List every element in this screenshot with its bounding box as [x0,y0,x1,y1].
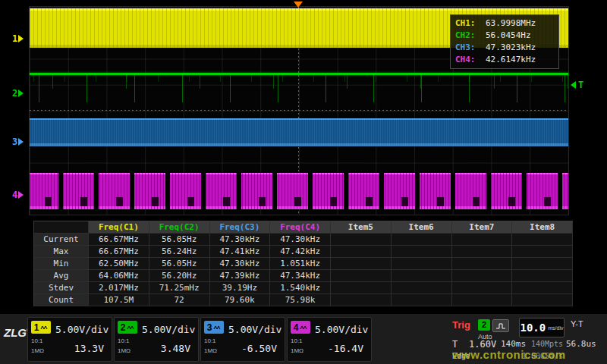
table-cell [512,246,573,258]
table-cell [392,282,452,294]
channel4-badge: 4 [291,321,310,334]
input-impedance: 1MΩ [291,347,304,354]
table-cell: 47.30kHz [210,258,271,270]
table-corner [34,221,89,234]
table-row-label: Count [34,294,89,306]
table-header: Item6 [392,221,452,234]
table-row-label: Current [34,234,89,246]
table-cell [331,282,392,294]
channel-offset: -16.4V [328,343,363,354]
channel-offset: -6.50V [241,343,277,354]
probe-ratio: 10:1 [118,337,130,344]
table-cell: 72 [149,294,210,306]
table-cell: 47.34kHz [270,270,331,282]
display-time: 56.8us [566,339,596,349]
table-cell: 47.30kHz [270,234,331,246]
table-header: Item7 [452,221,513,234]
probe-ratio: 10:1 [31,337,43,344]
channel2-badge: 2 [118,321,137,334]
channel-number: 3 [207,322,212,333]
volts-per-div: 5.00V/div [315,324,368,335]
frequency-readout-panel: CH1: 63.9998MHz CH2: 56.0454Hz CH3: 47.3… [450,14,559,69]
timebase-unit: ms/div [548,325,563,331]
waveform-glyph-icon [213,325,221,331]
trigger-position-marker-icon[interactable] [294,2,303,8]
waveform-glyph-icon [300,325,307,331]
ch3-position-marker[interactable]: 3 [12,136,24,147]
right-arrow-icon [18,191,24,199]
table-cell [331,270,392,282]
table-row-label: Stdev [34,282,89,294]
freq-ch4-value: 42.6147kHz [486,54,536,66]
trigger-coupling-icon[interactable] [492,319,509,332]
channel2-settings[interactable]: 2 10:1 1MΩ 5.00V/div 3.48V [114,317,199,362]
freq-ch4-label: CH4: [455,54,486,66]
table-cell [452,234,513,246]
waveform-glyph-icon [40,325,48,331]
ch2-waveform [30,71,568,111]
table-cell [331,246,392,258]
table-cell: 1.540kHz [270,282,331,294]
table-cell [392,258,452,270]
channel-offset: 13.3V [74,343,104,354]
table-cell: 47.42kHz [270,246,331,258]
trigger-source-badge[interactable]: 2 [478,319,490,331]
table-cell [452,282,513,294]
channel4-settings[interactable]: 4 10:1 1MΩ 5.00V/div -16.4V [287,317,372,362]
table-cell: 56.20Hz [149,270,210,282]
channel1-badge: 1 [31,321,51,334]
watermark: www.cntronics.com [452,348,566,361]
table-cell [331,294,392,306]
memory-depth: 140Mpts [531,340,563,348]
table-row-label: Min [34,258,89,270]
table-cell [392,294,452,306]
ch1-position-marker[interactable]: 1 [12,33,24,44]
table-cell [331,234,392,246]
table-header: Freq(C1) [89,221,149,234]
table-row-label: Avg [34,270,89,282]
table-cell: 107.5M [89,294,149,306]
ch3-waveform [30,118,568,146]
freq-ch2-value: 56.0454Hz [486,30,531,42]
table-cell: 56.05Hz [149,234,210,246]
table-cell: 56.05Hz [149,258,210,270]
trigger-marker-label: T [578,80,583,90]
table-cell [512,234,573,246]
oscilloscope-screen: CH1: 63.9998MHz CH2: 56.0454Hz CH3: 47.3… [0,0,607,364]
ch4-position-marker[interactable]: 4 [12,190,24,200]
table-header: Freq(C3) [210,221,271,234]
trigger-section-label[interactable]: Trig [452,319,470,331]
right-arrow-icon [18,138,24,146]
channel1-settings[interactable]: 1 10:1 1MΩ 5.00V/div 13.3V [27,317,112,362]
channel-number: 1 [34,322,39,333]
ch2-glitch-ticks [30,75,568,102]
volts-per-div: 5.00V/div [55,324,109,335]
table-cell [512,258,573,270]
probe-ratio: 10:1 [204,337,216,344]
table-cell: 39.19Hz [210,282,271,294]
table-cell [392,246,452,258]
freq-row-ch4: CH4: 42.6147kHz [455,54,554,66]
table-header: Item5 [331,221,392,234]
input-impedance: 1MΩ [118,347,131,354]
input-impedance: 1MΩ [204,347,217,354]
waveform-glyph-icon [127,325,134,331]
ch2-position-marker[interactable]: 2 [12,88,24,99]
table-cell: 75.98k [270,294,331,306]
channel-offset: 3.48V [161,343,190,354]
table-cell: 1.051kHz [270,258,331,270]
channel3-settings[interactable]: 3 10:1 1MΩ 5.00V/div -6.50V [200,317,285,362]
input-impedance: 1MΩ [31,347,44,354]
table-cell: 79.60k [210,294,271,306]
table-cell: 47.30kHz [210,234,271,246]
table-cell [392,270,452,282]
volts-per-div: 5.00V/div [228,324,281,335]
freq-ch1-label: CH1: [455,17,486,30]
trigger-level-marker[interactable]: T [571,80,583,90]
table-cell [392,234,452,246]
timebase-control[interactable]: 10.0 ms/div [519,318,565,337]
table-cell: 47.39kHz [210,270,271,282]
channel-number: 4 [294,322,299,333]
ch4-marker-label: 4 [12,190,17,200]
ch3-marker-label: 3 [12,136,17,147]
